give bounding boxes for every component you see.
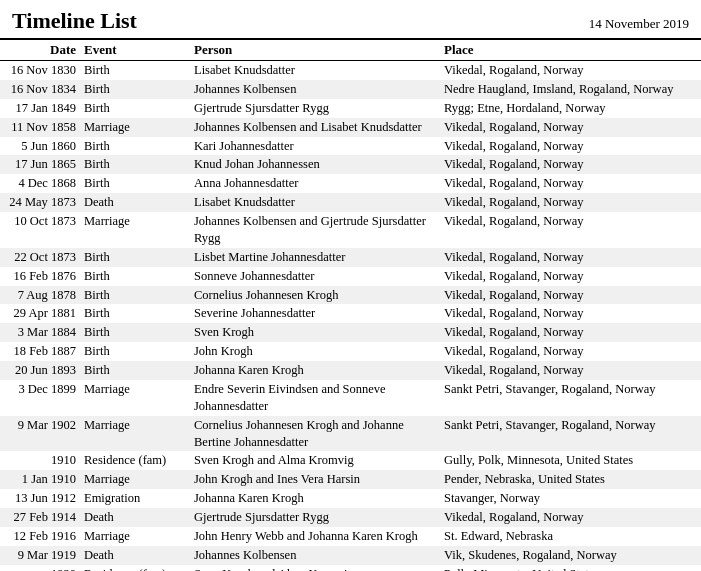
table-row: 12 Feb 1916MarriageJohn Henry Webb and J… (0, 527, 701, 546)
cell-date: 16 Nov 1834 (0, 80, 80, 99)
cell-person: Severine Johannesdatter (190, 304, 440, 323)
cell-event: Birth (80, 267, 190, 286)
cell-place: Vikedal, Rogaland, Norway (440, 304, 701, 323)
col-header-place: Place (440, 40, 701, 61)
cell-event: Birth (80, 137, 190, 156)
table-row: 3 Dec 1899MarriageEndre Severin Eivindse… (0, 380, 701, 416)
cell-date: 17 Jun 1865 (0, 155, 80, 174)
cell-person: Lisbet Martine Johannesdatter (190, 248, 440, 267)
cell-date: 10 Oct 1873 (0, 212, 80, 248)
cell-person: Cornelius Johannesen Krogh (190, 286, 440, 305)
cell-date: 17 Jan 1849 (0, 99, 80, 118)
cell-person: Gjertrude Sjursdatter Rygg (190, 508, 440, 527)
cell-date: 12 Feb 1916 (0, 527, 80, 546)
table-row: 29 Apr 1881BirthSeverine JohannesdatterV… (0, 304, 701, 323)
cell-date: 9 Mar 1902 (0, 416, 80, 452)
table-row: 5 Jun 1860BirthKari JohannesdatterVikeda… (0, 137, 701, 156)
cell-date: 7 Aug 1878 (0, 286, 80, 305)
table-row: 20 Jun 1893BirthJohanna Karen KroghViked… (0, 361, 701, 380)
table-row: 7 Aug 1878BirthCornelius Johannesen Krog… (0, 286, 701, 305)
table-row: 4 Dec 1868BirthAnna JohannesdatterVikeda… (0, 174, 701, 193)
cell-person: Cornelius Johannesen Krogh and Johanne B… (190, 416, 440, 452)
cell-person: Lisabet Knudsdatter (190, 193, 440, 212)
table-row: 22 Oct 1873BirthLisbet Martine Johannesd… (0, 248, 701, 267)
cell-person: Gjertrude Sjursdatter Rygg (190, 99, 440, 118)
cell-person: Johanna Karen Krogh (190, 489, 440, 508)
cell-person: Anna Johannesdatter (190, 174, 440, 193)
page-title: Timeline List (12, 8, 137, 34)
cell-person: Endre Severin Eivindsen and Sonneve Joha… (190, 380, 440, 416)
table-row: 9 Mar 1902MarriageCornelius Johannesen K… (0, 416, 701, 452)
cell-place: Polk, Minnesota, United States (440, 565, 701, 571)
cell-event: Birth (80, 174, 190, 193)
cell-place: Vikedal, Rogaland, Norway (440, 193, 701, 212)
cell-event: Residence (fam) (80, 565, 190, 571)
table-row: 24 May 1873DeathLisabet KnudsdatterViked… (0, 193, 701, 212)
cell-event: Birth (80, 155, 190, 174)
header-date: 14 November 2019 (589, 16, 689, 32)
cell-person: John Krogh (190, 342, 440, 361)
cell-date: 22 Oct 1873 (0, 248, 80, 267)
cell-place: Vikedal, Rogaland, Norway (440, 286, 701, 305)
cell-person: Lisabet Knudsdatter (190, 61, 440, 80)
table-row: 1920Residence (fam)Sven Krogh and Alma K… (0, 565, 701, 571)
cell-person: John Henry Webb and Johanna Karen Krogh (190, 527, 440, 546)
cell-event: Residence (fam) (80, 451, 190, 470)
cell-event: Birth (80, 323, 190, 342)
table-row: 27 Feb 1914DeathGjertrude Sjursdatter Ry… (0, 508, 701, 527)
cell-place: Rygg; Etne, Hordaland, Norway (440, 99, 701, 118)
cell-place: Sankt Petri, Stavanger, Rogaland, Norway (440, 380, 701, 416)
cell-date: 16 Feb 1876 (0, 267, 80, 286)
cell-person: Kari Johannesdatter (190, 137, 440, 156)
cell-place: Vikedal, Rogaland, Norway (440, 361, 701, 380)
table-row: 13 Jun 1912EmigrationJohanna Karen Krogh… (0, 489, 701, 508)
cell-place: Sankt Petri, Stavanger, Rogaland, Norway (440, 416, 701, 452)
cell-event: Birth (80, 61, 190, 80)
cell-place: Pender, Nebraska, United States (440, 470, 701, 489)
cell-place: Vikedal, Rogaland, Norway (440, 155, 701, 174)
cell-place: Vikedal, Rogaland, Norway (440, 267, 701, 286)
table-row: 17 Jan 1849BirthGjertrude Sjursdatter Ry… (0, 99, 701, 118)
cell-place: Vikedal, Rogaland, Norway (440, 323, 701, 342)
cell-place: Vikedal, Rogaland, Norway (440, 61, 701, 80)
cell-place: Vikedal, Rogaland, Norway (440, 174, 701, 193)
cell-date: 5 Jun 1860 (0, 137, 80, 156)
cell-date: 16 Nov 1830 (0, 61, 80, 80)
cell-person: Johanna Karen Krogh (190, 361, 440, 380)
cell-event: Death (80, 508, 190, 527)
cell-place: Vikedal, Rogaland, Norway (440, 212, 701, 248)
cell-event: Emigration (80, 489, 190, 508)
col-header-person: Person (190, 40, 440, 61)
cell-date: 9 Mar 1919 (0, 546, 80, 565)
table-row: 11 Nov 1858MarriageJohannes Kolbensen an… (0, 118, 701, 137)
cell-date: 13 Jun 1912 (0, 489, 80, 508)
cell-person: Sven Krogh and Alma Kromvig (190, 565, 440, 571)
cell-event: Marriage (80, 212, 190, 248)
cell-person: Sven Krogh (190, 323, 440, 342)
cell-event: Marriage (80, 380, 190, 416)
table-row: 9 Mar 1919DeathJohannes KolbensenVik, Sk… (0, 546, 701, 565)
cell-event: Birth (80, 248, 190, 267)
cell-person: Johannes Kolbensen (190, 546, 440, 565)
cell-place: Nedre Haugland, Imsland, Rogaland, Norwa… (440, 80, 701, 99)
col-header-date: Date (0, 40, 80, 61)
cell-person: Sonneve Johannesdatter (190, 267, 440, 286)
cell-event: Marriage (80, 470, 190, 489)
cell-event: Birth (80, 286, 190, 305)
cell-event: Marriage (80, 416, 190, 452)
cell-date: 4 Dec 1868 (0, 174, 80, 193)
table-row: 16 Nov 1830BirthLisabet KnudsdatterViked… (0, 61, 701, 80)
cell-date: 3 Mar 1884 (0, 323, 80, 342)
table-row: 16 Nov 1834BirthJohannes KolbensenNedre … (0, 80, 701, 99)
cell-date: 29 Apr 1881 (0, 304, 80, 323)
cell-event: Birth (80, 342, 190, 361)
cell-date: 27 Feb 1914 (0, 508, 80, 527)
cell-event: Death (80, 193, 190, 212)
table-row: 18 Feb 1887BirthJohn KroghVikedal, Rogal… (0, 342, 701, 361)
cell-date: 1910 (0, 451, 80, 470)
cell-event: Birth (80, 361, 190, 380)
table-row: 17 Jun 1865BirthKnud Johan JohannessenVi… (0, 155, 701, 174)
cell-person: John Krogh and Ines Vera Harsin (190, 470, 440, 489)
col-header-event: Event (80, 40, 190, 61)
cell-date: 24 May 1873 (0, 193, 80, 212)
